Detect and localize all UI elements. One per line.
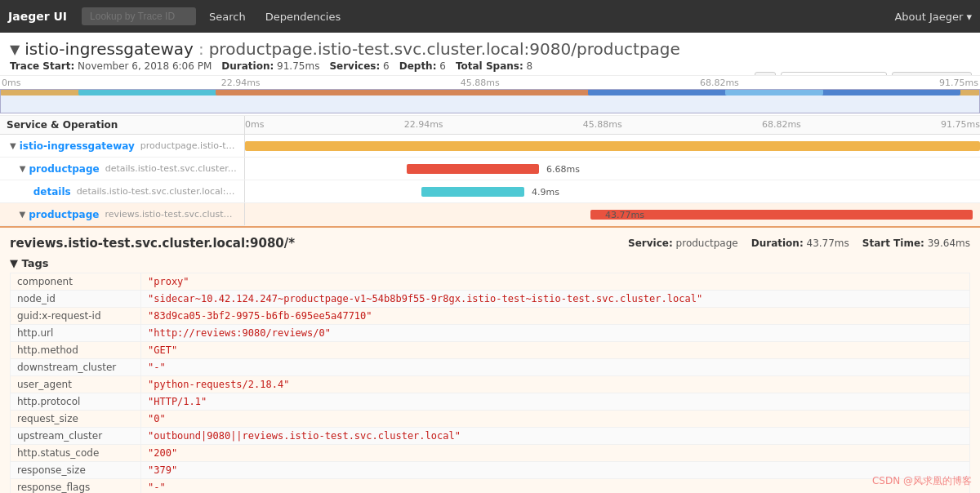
tag-key: component <box>11 273 141 291</box>
span-chevron-4[interactable]: ▼ <box>20 210 26 219</box>
tag-key: upstream_cluster <box>11 428 141 445</box>
timeline-ticks: 0ms 22.94ms 45.88ms 68.82ms 91.75ms <box>245 119 980 130</box>
minimap-timescale: 0ms 22.94ms 45.88ms 68.82ms 91.75ms <box>0 78 980 88</box>
detail-service: Service: productpage <box>628 238 738 249</box>
tag-row: user_agent"python-requests/2.18.4" <box>11 376 970 393</box>
span-endpoint-3: details.istio-test.svc.cluster.local:908… <box>77 186 238 197</box>
tag-key: response_size <box>11 462 141 479</box>
span-endpoint-1: productpage.istio-test.svc.cluster.local… <box>140 140 238 151</box>
nav-search-link[interactable]: Search <box>203 7 252 26</box>
span-service-col-1: ▼ istio-ingressgateway productpage.istio… <box>0 135 245 157</box>
span-endpoint-2: details.istio-test.svc.cluster.local:908… <box>105 163 238 174</box>
detail-duration: Duration: 43.77ms <box>751 238 849 249</box>
span-row-2: ▼ productpage details.istio-test.svc.clu… <box>0 158 980 180</box>
span-duration-3: 4.9ms <box>532 187 559 198</box>
tag-value: "GET" <box>141 342 970 359</box>
detail-header: reviews.istio-test.svc.cluster.local:908… <box>10 236 970 251</box>
tag-key: http.method <box>11 342 141 359</box>
col-timeline-header: 0ms 22.94ms 45.88ms 68.82ms 91.75ms <box>245 116 980 134</box>
span-bar-1 <box>245 141 980 151</box>
tag-row: http.method"GET" <box>11 342 970 359</box>
span-name-3[interactable]: details <box>33 186 71 198</box>
nav-about-link[interactable]: About Jaeger ▾ <box>894 11 972 23</box>
trace-meta: Trace Start: November 6, 2018 6:06 PM Du… <box>10 60 719 72</box>
span-name-1[interactable]: istio-ingressgateway <box>20 140 135 152</box>
tag-row: request_size"0" <box>11 411 970 428</box>
span-service-col-2: ▼ productpage details.istio-test.svc.clu… <box>0 158 245 180</box>
trace-collapse-chevron[interactable]: ▼ <box>10 42 20 57</box>
tag-key: http.protocol <box>11 393 141 411</box>
span-endpoint-4: reviews.istio-test.svc.cluster.local:908… <box>105 209 238 220</box>
span-chevron-2[interactable]: ▼ <box>20 164 26 173</box>
trace-services: Services: 6 <box>329 60 389 72</box>
tag-key: request_size <box>11 411 141 428</box>
minimap[interactable]: 0ms 22.94ms 45.88ms 68.82ms 91.75ms <box>0 75 980 116</box>
tag-value: "-" <box>141 479 970 494</box>
nav-dependencies-link[interactable]: Dependencies <box>259 7 348 26</box>
span-service-col-4: ▼ productpage reviews.istio-test.svc.clu… <box>0 203 245 225</box>
minimap-bars <box>0 89 980 113</box>
tag-row: http.protocol"HTTP/1.1" <box>11 393 970 411</box>
tag-row: node_id"sidecar~10.42.124.247~productpag… <box>11 291 970 308</box>
span-name-4[interactable]: productpage <box>29 209 99 220</box>
tag-key: downstream_cluster <box>11 359 141 376</box>
app-logo: Jaeger UI <box>8 10 67 23</box>
tag-value: "HTTP/1.1" <box>141 393 970 411</box>
span-chevron-1[interactable]: ▼ <box>10 141 16 150</box>
tag-key: user_agent <box>11 376 141 393</box>
trace-path: productpage.istio-test.svc.cluster.local… <box>209 39 680 59</box>
span-bar-2 <box>407 164 539 174</box>
span-timeline-col-2: 6.68ms <box>245 158 980 180</box>
span-row-4: ▼ productpage reviews.istio-test.svc.clu… <box>0 203 980 226</box>
tags-table: component"proxy"node_id"sidecar~10.42.12… <box>10 273 970 493</box>
timeline-header: Service & Operation 0ms 22.94ms 45.88ms … <box>0 116 980 135</box>
span-row-1: ▼ istio-ingressgateway productpage.istio… <box>0 135 980 158</box>
tag-value: "sidecar~10.42.124.247~productpage-v1~54… <box>141 291 970 308</box>
tag-row: response_size"379" <box>11 462 970 479</box>
tag-key: http.status_code <box>11 445 141 462</box>
span-name-2[interactable]: productpage <box>29 163 100 175</box>
spans-container[interactable]: Service & Operation 0ms 22.94ms 45.88ms … <box>0 116 980 493</box>
span-duration-2: 6.68ms <box>546 164 580 175</box>
trace-total-spans: Total Spans: 8 <box>456 60 532 72</box>
tag-value: "python-requests/2.18.4" <box>141 376 970 393</box>
tag-value: "200" <box>141 445 970 462</box>
span-timeline-col-1 <box>245 135 980 158</box>
tag-value: "outbound|9080||reviews.istio-test.svc.c… <box>141 428 970 445</box>
minimap-selection[interactable] <box>0 89 980 113</box>
span-timeline-col-3: 4.9ms <box>245 180 980 203</box>
tag-value: "http://reviews:9080/reviews/0" <box>141 325 970 342</box>
tag-value: "-" <box>141 359 970 376</box>
tags-section: ▼ Tags component"proxy"node_id"sidecar~1… <box>10 257 970 493</box>
span-duration-4: 43.77ms <box>605 210 644 220</box>
trace-service-name: istio-ingressgateway <box>24 39 194 59</box>
tag-value: "0" <box>141 411 970 428</box>
tag-row: guid:x-request-id"83d9ca05-3bf2-9975-b6f… <box>11 308 970 325</box>
span-bar-4 <box>590 210 973 220</box>
tag-row: component"proxy" <box>11 273 970 291</box>
tag-value: "83d9ca05-3bf2-9975-b6fb-695ee5a47710" <box>141 308 970 325</box>
tag-value: "379" <box>141 462 970 479</box>
detail-title: reviews.istio-test.svc.cluster.local:908… <box>10 236 295 251</box>
top-nav: Jaeger UI Search Dependencies About Jaeg… <box>0 0 980 33</box>
span-detail-panel: reviews.istio-test.svc.cluster.local:908… <box>0 226 980 493</box>
tag-key: guid:x-request-id <box>11 308 141 325</box>
trace-depth: Depth: 6 <box>399 60 446 72</box>
tags-toggle[interactable]: ▼ Tags <box>10 257 970 269</box>
tag-row: upstream_cluster"outbound|9080||reviews.… <box>11 428 970 445</box>
tag-key: http.url <box>11 325 141 342</box>
page-header: ▼ istio-ingressgateway : productpage.ist… <box>0 33 980 75</box>
detail-start-time: Start Time: 39.64ms <box>862 238 970 249</box>
span-service-col-3: details details.istio-test.svc.cluster.l… <box>0 180 245 202</box>
tag-key: node_id <box>11 291 141 308</box>
trace-duration: Duration: 91.75ms <box>221 60 319 72</box>
trace-id-input[interactable] <box>82 7 196 25</box>
span-timeline-col-4: 43.77ms <box>245 203 980 226</box>
tag-key: response_flags <box>11 479 141 494</box>
col-service-header: Service & Operation <box>0 116 245 134</box>
tag-row: response_flags"-" <box>11 479 970 494</box>
tag-row: downstream_cluster"-" <box>11 359 970 376</box>
trace-start: Trace Start: November 6, 2018 6:06 PM <box>10 60 212 72</box>
span-row-3: details details.istio-test.svc.cluster.l… <box>0 180 980 203</box>
tag-row: http.url"http://reviews:9080/reviews/0" <box>11 325 970 342</box>
